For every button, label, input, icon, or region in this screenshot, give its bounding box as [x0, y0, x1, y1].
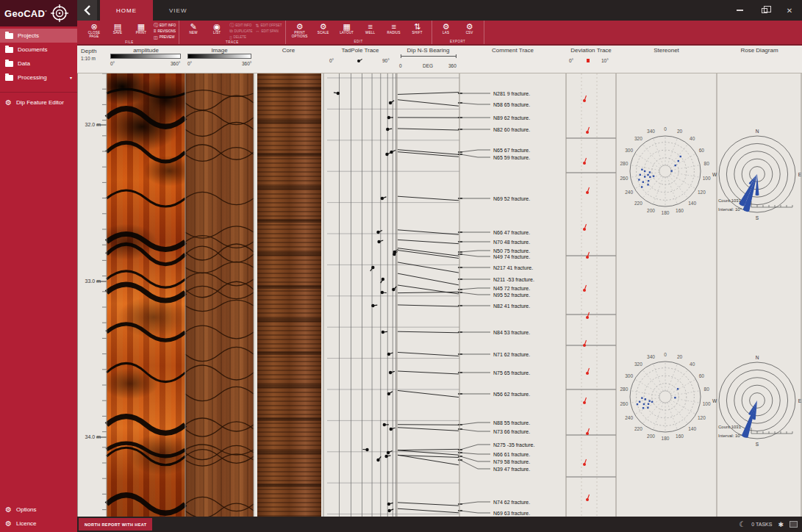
button-label: REVISIONS — [158, 29, 176, 33]
fracture-comment-label: N88 55 fracture. — [493, 420, 530, 425]
fracture-comment-label: N65 67 fracture. — [493, 148, 530, 153]
print-options-button[interactable]: ⚙PRINT OPTIONS — [289, 21, 311, 38]
fracture-comment-label: N281 9 fracture. — [493, 91, 530, 96]
deviation-marker-icon — [587, 59, 590, 62]
stereonet-plot-2[interactable]: 0204060801001201401601802002202402602803… — [620, 352, 710, 441]
stereonet-pole-point — [644, 176, 645, 177]
offset-icon: ⇅ — [255, 23, 259, 28]
stereonet-pole-point — [643, 403, 645, 405]
button-label: RADIUS — [387, 31, 400, 35]
stereonet-tick-label: 100 — [703, 401, 711, 406]
list-button[interactable]: ◉LIST — [206, 21, 228, 35]
close-button[interactable]: ✕ — [777, 0, 802, 21]
stereonet-tick-label: 340 — [647, 129, 655, 134]
sidebar-item-licence[interactable]: ⚙Licence — [0, 517, 77, 531]
radius-button[interactable]: ≡RADIUS — [383, 21, 405, 35]
fracture-comment-label: N49 74 fracture. — [493, 254, 530, 259]
rose-count-label: Count:1031 — [718, 198, 742, 203]
close-page-button[interactable]: ⊗CLOSE PAGE — [83, 21, 105, 38]
page-tab[interactable]: NORTH REPORT WITH HEAT — [79, 518, 152, 531]
statusbar: NORTH REPORT WITH HEAT 0 TASKS — [77, 517, 802, 532]
bearing-line — [398, 390, 459, 397]
depth-label: 32.0 m — [85, 122, 101, 127]
depth-gridlines — [327, 78, 459, 514]
button-label: DUPLICATE — [234, 29, 252, 33]
comment-header-title: Comment Trace — [459, 47, 566, 54]
sidebar-item-projects[interactable]: Projects — [0, 29, 77, 43]
stereonet-pole-point — [675, 165, 676, 166]
stereonet-pole-point — [648, 180, 649, 181]
restore-icon — [762, 8, 767, 13]
csv-button[interactable]: ⚙CSV — [459, 21, 481, 35]
chevron-down-icon[interactable]: ▾ — [70, 75, 72, 80]
ribbon-group-label: TRACE — [182, 40, 282, 45]
ribbon-group-trace: ✎NEW◉LISTⓘEDIT INFO⧉DUPLICATE▯DELETE⇅EDI… — [179, 21, 285, 44]
stereonet-pole-point — [637, 403, 638, 405]
sidebar-item-dip-feature-editor[interactable]: ⚙Dip Feature Editor — [0, 96, 77, 109]
bearing-line — [398, 425, 459, 425]
well-button[interactable]: ≡WELL — [359, 21, 382, 35]
bearing-line — [398, 240, 459, 243]
button-label: PRINT — [136, 31, 147, 35]
save-icon: ▤ — [114, 22, 121, 31]
stereonet-plot-1[interactable]: 0204060801001201401601802002202402602803… — [620, 126, 710, 215]
edit-span-button[interactable]: ↔EDIT SPAN — [255, 28, 282, 34]
stereonet-tick-label: 120 — [698, 415, 706, 420]
tab-home[interactable]: HOME — [100, 0, 153, 21]
rose-compass-label: E — [798, 398, 802, 403]
save-button[interactable]: ▤SAVE — [107, 21, 129, 35]
bearing-line — [398, 503, 459, 506]
sidebar-bottom: ⚙Options⚙Licence — [0, 503, 77, 531]
sidebar-item-data[interactable]: Data — [0, 57, 77, 71]
sidebar-item-options[interactable]: ⚙Options — [0, 503, 77, 517]
back-button[interactable] — [77, 0, 97, 21]
stereonet-pole-point — [677, 388, 679, 389]
log-plot[interactable]: N281 9 fracture.N58 65 fracture.N89 62 f… — [77, 46, 802, 517]
stereonet-tick-label: 300 — [625, 373, 633, 378]
edit-info-button[interactable]: ⓘEDIT INFO — [154, 22, 176, 28]
edit-info-button[interactable]: ⓘEDIT INFO — [229, 22, 252, 28]
rose-plot-1[interactable]: NSWECount:1031Interval: 10° — [712, 129, 802, 220]
delete-button[interactable]: ▯DELETE — [229, 34, 252, 40]
button-label: WELL — [365, 31, 375, 35]
window-controls: ✕ — [727, 0, 802, 21]
tab-view[interactable]: VIEW — [153, 0, 203, 21]
tadpole-track-data[interactable] — [334, 92, 398, 512]
stereonet-tick-label: 80 — [704, 387, 710, 392]
comment-track-data[interactable]: N281 9 fracture.N58 65 fracture.N89 62 f… — [458, 91, 534, 516]
button-label: PRINT OPTIONS — [289, 31, 311, 38]
preview-button[interactable]: ◫PREVIEW — [154, 34, 176, 40]
stereonet-pole-point — [638, 179, 640, 180]
bearing-scale-min: 0 — [399, 63, 402, 68]
print-button[interactable]: ▦PRINT — [130, 21, 152, 35]
stereonet-tick-label: 260 — [620, 401, 628, 406]
rose-plot-2[interactable]: NSWECount:1031Interval: 10° — [712, 355, 802, 447]
bearing-line — [398, 100, 459, 107]
night-mode-icon[interactable] — [739, 520, 745, 528]
layout-button[interactable]: ▦LAYOUT — [336, 21, 358, 35]
las-button[interactable]: ⚙LAS — [435, 21, 457, 35]
minimize-button[interactable] — [727, 0, 752, 21]
sidebar-item-documents[interactable]: Documents — [0, 43, 77, 57]
ribbon-group-export: ⚙LAS⚙CSVEXPORT — [432, 21, 484, 44]
sidebar-item-processing[interactable]: Processing▾ — [0, 71, 77, 85]
rose-compass-label: S — [756, 442, 759, 447]
bug-report-icon[interactable] — [778, 521, 784, 528]
duplicate-button[interactable]: ⧉DUPLICATE — [229, 28, 252, 34]
edit-offset-button[interactable]: ⇅EDIT OFFSET — [255, 22, 282, 28]
folder-icon — [5, 75, 13, 81]
restore-button[interactable] — [752, 0, 777, 21]
folder-icon — [5, 61, 13, 67]
scale-button[interactable]: ⚙SCALE — [312, 21, 334, 35]
revisions-button[interactable]: ≡REVISIONS — [154, 28, 176, 34]
panel-toggle-icon[interactable] — [790, 521, 798, 528]
track-headers: Depth 1:10 m amplitude 0° 360° Image 0° … — [77, 46, 802, 73]
bearing-track-data[interactable] — [398, 93, 459, 513]
stereonet-tick-label: 280 — [620, 161, 628, 166]
ribbon-small-stack: ⓘEDIT INFO≡REVISIONS◫PREVIEW — [154, 21, 176, 40]
shift-button[interactable]: ⇅SHIFT — [407, 21, 429, 35]
new-button[interactable]: ✎NEW — [182, 21, 204, 35]
deviation-track-data[interactable] — [566, 73, 616, 517]
image-color-scale — [187, 54, 251, 59]
bearing-line — [398, 449, 459, 450]
